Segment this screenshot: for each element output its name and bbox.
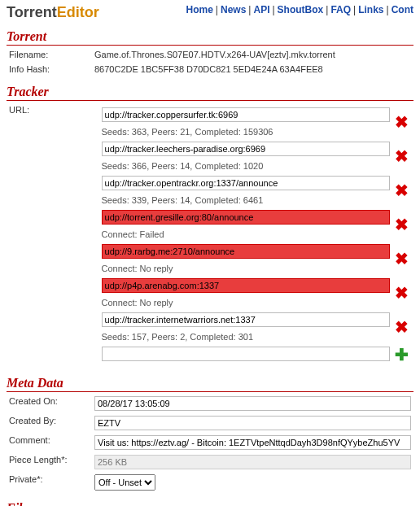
created-by-input[interactable] <box>94 416 411 430</box>
section-torrent: Torrent <box>7 29 413 46</box>
tracker-status: Seeds: 157, Peers: 2, Completed: 301 <box>99 329 392 344</box>
filename-value: Game.of.Thrones.S07E07.HDTV.x264-UAV[ezt… <box>92 47 413 62</box>
remove-tracker-icon[interactable]: ✖ <box>395 113 409 131</box>
remove-tracker-icon[interactable]: ✖ <box>395 250 409 268</box>
tracker-url-input[interactable] <box>102 244 390 259</box>
remove-tracker-icon[interactable]: ✖ <box>395 318 409 336</box>
section-files: Files <box>7 501 413 506</box>
created-by-label: Created By: <box>7 413 92 433</box>
nav-separator: | <box>351 4 358 15</box>
logo-part1: Torrent <box>7 4 57 20</box>
nav-separator: | <box>269 4 277 15</box>
tracker-url-input[interactable] <box>102 142 390 156</box>
tracker-status: Connect: No reply <box>99 261 392 276</box>
remove-tracker-icon[interactable]: ✖ <box>395 181 409 199</box>
add-tracker-icon[interactable]: ✚ <box>395 346 409 364</box>
nav-link-faq[interactable]: FAQ <box>330 4 351 15</box>
tracker-url-input[interactable] <box>102 210 390 225</box>
filename-label: Filename: <box>7 47 92 62</box>
nav-link-home[interactable]: Home <box>186 4 213 15</box>
created-on-input[interactable] <box>94 396 411 411</box>
nav-link-shoutbox[interactable]: ShoutBox <box>278 4 324 15</box>
infohash-label: Info Hash: <box>7 62 92 76</box>
logo-part2: Editor <box>57 4 99 20</box>
private-label: Private*: <box>7 472 92 493</box>
piece-length-label: Piece Length*: <box>7 452 92 472</box>
tracker-status: Seeds: 363, Peers: 21, Completed: 159306 <box>99 124 392 139</box>
tracker-url-input[interactable] <box>102 312 390 327</box>
tracker-status: Seeds: 366, Peers: 14, Completed: 1020 <box>99 159 392 173</box>
nav-link-links[interactable]: Links <box>358 4 383 15</box>
section-meta: Meta Data <box>7 376 413 392</box>
tracker-status: Connect: No reply <box>99 295 392 310</box>
remove-tracker-icon[interactable]: ✖ <box>395 284 409 302</box>
tracker-url-input[interactable] <box>102 107 390 122</box>
piece-length-value <box>94 455 411 469</box>
nav-link-api[interactable]: API <box>253 4 269 15</box>
tracker-status: Seeds: 339, Peers: 14, Completed: 6461 <box>99 193 392 207</box>
top-nav: Home|News|API|ShoutBox|FAQ|Links|Cont <box>186 4 413 15</box>
infohash-value: 8670C2DE 1BC5FF38 D70DC821 5ED4E24A 63A4… <box>92 62 413 76</box>
nav-separator: | <box>213 4 221 15</box>
nav-link-news[interactable]: News <box>221 4 246 15</box>
created-on-label: Created On: <box>7 394 92 413</box>
tracker-url-label: URL: <box>7 103 97 368</box>
private-select[interactable]: Off - Unset <box>94 474 155 491</box>
logo: TorrentEditor <box>7 4 99 21</box>
tracker-status: Connect: Failed <box>99 227 392 242</box>
remove-tracker-icon[interactable]: ✖ <box>395 147 409 165</box>
nav-link-cont[interactable]: Cont <box>392 4 413 15</box>
remove-tracker-icon[interactable]: ✖ <box>395 216 409 233</box>
tracker-url-input[interactable] <box>102 278 390 293</box>
section-tracker: Tracker <box>7 85 413 101</box>
tracker-url-input[interactable] <box>102 176 390 190</box>
comment-label: Comment: <box>7 433 92 452</box>
comment-input[interactable] <box>94 435 411 450</box>
nav-separator: | <box>384 4 392 15</box>
tracker-url-new-input[interactable] <box>102 347 390 361</box>
